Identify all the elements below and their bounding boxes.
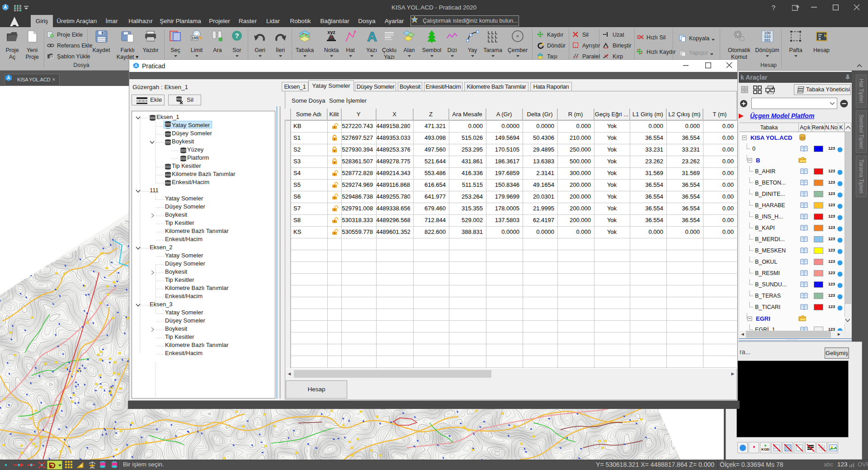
svg-text:?: ? [235, 32, 239, 39]
svg-text:KOD: KOD [761, 447, 769, 451]
svg-text:xyz: xyz [327, 30, 335, 35]
svg-text:001: 001 [764, 38, 770, 43]
svg-text:100: 100 [191, 36, 198, 40]
svg-text:h: h [824, 33, 827, 38]
